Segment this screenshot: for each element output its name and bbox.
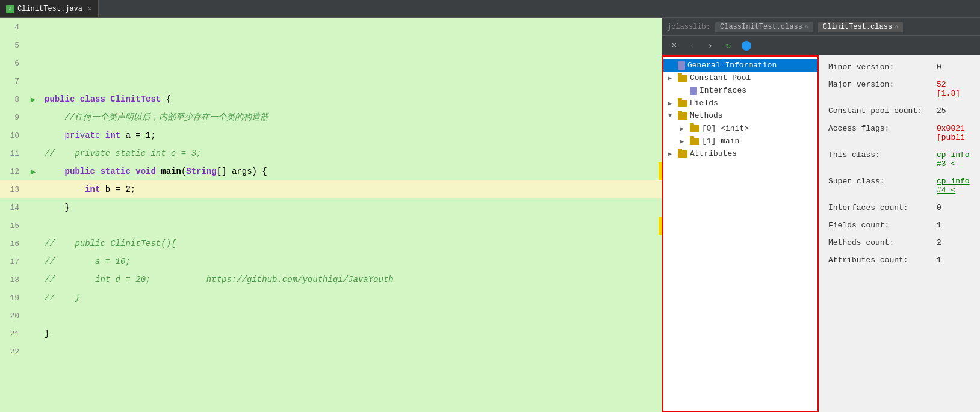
info-label-interfaces-count: Interfaces count: bbox=[828, 203, 937, 212]
line-number-19: 19 bbox=[0, 294, 24, 303]
tree-folder-icon-constant-pool bbox=[678, 75, 687, 82]
line-number-4: 4 bbox=[0, 23, 24, 32]
code-line-17: 17 // a = 10; bbox=[0, 253, 662, 271]
line-number-9: 9 bbox=[0, 113, 24, 122]
info-label-minor-version: Minor version: bbox=[828, 63, 937, 72]
tree-label-attributes: Attributes bbox=[690, 149, 737, 158]
jclass-body: General Information ▶ Constant Pool Inte… bbox=[662, 55, 980, 412]
code-content-17: // a = 10; bbox=[42, 253, 662, 271]
github-link[interactable]: https://github.com/youthiqi/JavaYouth bbox=[206, 275, 394, 284]
info-label-constant-pool-count: Constant pool count: bbox=[828, 106, 937, 115]
jclass-tab-classinittest[interactable]: ClassInitTest.class × bbox=[715, 22, 813, 32]
line-number-20: 20 bbox=[0, 312, 24, 321]
line-number-21: 21 bbox=[0, 330, 24, 339]
right-panel: jclasslib: ClassInitTest.class × ClinitT… bbox=[662, 18, 980, 412]
breakpoint-area-12[interactable]: ▶ bbox=[24, 167, 42, 177]
tree-expander-methods: ▼ bbox=[668, 112, 675, 119]
tree-item-interfaces[interactable]: Interfaces bbox=[663, 84, 817, 97]
jclass-tab-classinittest-close[interactable]: × bbox=[805, 23, 808, 30]
jclass-container: jclasslib: ClassInitTest.class × ClinitT… bbox=[662, 18, 980, 412]
breakpoint-arrow-8: ▶ bbox=[31, 94, 36, 105]
tree-label-fields: Fields bbox=[690, 99, 718, 108]
main-content: 4 5 6 7 bbox=[0, 18, 980, 412]
info-label-this-class: This class: bbox=[828, 150, 937, 159]
code-line-12: 12 ▶ public static void main(String[] ar… bbox=[0, 162, 662, 180]
breakpoint-area-8[interactable]: ▶ bbox=[24, 94, 42, 105]
tree-doc-icon-general-info bbox=[678, 61, 685, 70]
code-line-4: 4 bbox=[0, 18, 662, 36]
breakpoint-arrow-12: ▶ bbox=[31, 167, 36, 177]
info-value-major-version: 52 [1.8] bbox=[937, 80, 970, 98]
code-line-6: 6 bbox=[0, 54, 662, 72]
refresh-button[interactable]: ↻ bbox=[721, 38, 736, 53]
code-content-21: } bbox=[42, 325, 662, 343]
line-number-7: 7 bbox=[0, 77, 24, 86]
info-label-methods-count: Methods count: bbox=[828, 238, 937, 247]
close-button[interactable]: × bbox=[667, 38, 681, 53]
forward-button[interactable]: › bbox=[703, 38, 718, 53]
info-label-attributes-count: Attributes count: bbox=[828, 256, 937, 265]
line-number-6: 6 bbox=[0, 59, 24, 68]
tree-item-constant-pool[interactable]: ▶ Constant Pool bbox=[663, 72, 817, 84]
code-content-14: } bbox=[42, 198, 662, 217]
code-content-19: // } bbox=[42, 289, 662, 307]
gutter-marker-12 bbox=[659, 162, 662, 180]
jclass-tab-clinittest-label: ClinitTest.class bbox=[823, 23, 892, 31]
jclass-label: jclasslib: bbox=[667, 23, 710, 31]
line-number-10: 10 bbox=[0, 131, 24, 140]
code-line-10: 10 private int a = 1; bbox=[0, 126, 662, 144]
code-editor-panel: 4 5 6 7 bbox=[0, 18, 662, 412]
code-content-8: public class ClinitTest { bbox=[42, 90, 662, 108]
tree-item-main[interactable]: ▶ [1] main bbox=[663, 135, 817, 147]
tree-expander-main: ▶ bbox=[680, 138, 687, 145]
line-number-17: 17 bbox=[0, 257, 24, 266]
code-content-13: int b = 2; bbox=[42, 180, 662, 198]
jclass-tab-clinittest[interactable]: ClinitTest.class × bbox=[818, 22, 903, 32]
info-value-this-class[interactable]: cp_info #3 < bbox=[937, 150, 970, 168]
tree-expander-fields: ▶ bbox=[668, 100, 675, 107]
tree-item-attributes[interactable]: ▶ Attributes bbox=[663, 147, 817, 160]
tree-folder-icon-fields bbox=[678, 100, 687, 107]
info-value-super-class[interactable]: cp_info #4 < bbox=[937, 177, 970, 195]
tree-item-init[interactable]: ▶ [0] <init> bbox=[663, 122, 817, 135]
code-content-10: private int a = 1; bbox=[42, 126, 662, 144]
code-lines: 4 5 6 7 bbox=[0, 18, 662, 361]
info-panel: Minor version: 0 Major version: 52 [1.8]… bbox=[819, 55, 980, 412]
jclass-toolbar: × ‹ › ↻ bbox=[662, 36, 980, 55]
info-label-major-version: Major version: bbox=[828, 80, 937, 89]
code-line-21: 21 } bbox=[0, 325, 662, 343]
line-number-11: 11 bbox=[0, 149, 24, 158]
info-label-access-flags: Access flags: bbox=[828, 124, 937, 133]
info-row-interfaces-count: Interfaces count: 0 bbox=[828, 203, 970, 212]
line-number-12: 12 bbox=[0, 167, 24, 176]
tab-label: ClinitTest.java bbox=[17, 5, 82, 13]
line-number-18: 18 bbox=[0, 275, 24, 284]
code-line-8: 8 ▶ public class ClinitTest { bbox=[0, 90, 662, 108]
info-value-minor-version: 0 bbox=[937, 63, 941, 72]
tab-clinittest-java[interactable]: J ClinitTest.java × bbox=[0, 0, 99, 17]
code-content-12: public static void main(String[] args) { bbox=[42, 162, 662, 180]
tab-close-button[interactable]: × bbox=[88, 5, 92, 13]
code-line-19: 19 // } bbox=[0, 289, 662, 307]
code-line-15: 15 bbox=[0, 217, 662, 235]
code-line-18: 18 // int d = 20; https://github.com/you… bbox=[0, 271, 662, 289]
jclass-tab-clinittest-close[interactable]: × bbox=[895, 23, 898, 30]
info-value-interfaces-count: 0 bbox=[937, 203, 941, 212]
tree-item-methods[interactable]: ▼ Methods bbox=[663, 109, 817, 122]
info-label-super-class: Super class: bbox=[828, 177, 937, 186]
info-row-this-class: This class: cp_info #3 < bbox=[828, 150, 970, 168]
tree-item-general-info[interactable]: General Information bbox=[663, 59, 817, 72]
info-value-methods-count: 2 bbox=[937, 238, 941, 247]
info-row-super-class: Super class: cp_info #4 < bbox=[828, 177, 970, 195]
tree-label-main: [1] main bbox=[702, 137, 739, 146]
code-line-20: 20 bbox=[0, 307, 662, 325]
line-number-5: 5 bbox=[0, 41, 24, 50]
tree-item-fields[interactable]: ▶ Fields bbox=[663, 97, 817, 109]
tree-expander-attributes: ▶ bbox=[668, 150, 675, 158]
tree-doc-icon-interfaces bbox=[690, 87, 697, 95]
code-content-11: // private static int c = 3; bbox=[42, 144, 662, 162]
back-button[interactable]: ‹ bbox=[685, 38, 699, 53]
code-line-13: 13 int b = 2; bbox=[0, 180, 662, 198]
tree-label-interfaces: Interfaces bbox=[699, 86, 746, 95]
tree-folder-icon-attributes bbox=[678, 150, 687, 158]
